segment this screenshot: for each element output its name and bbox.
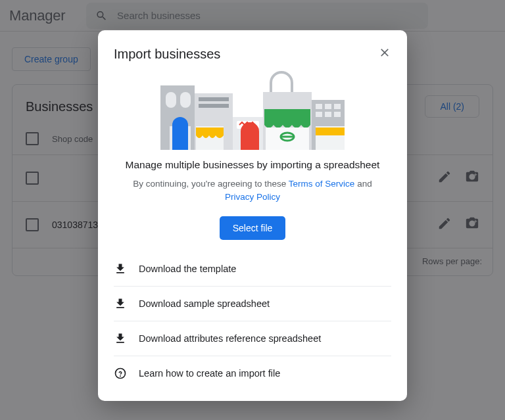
svg-rect-18 [325,104,331,109]
svg-rect-13 [266,128,309,150]
modal-headline: Manage multiple businesses by importing … [120,159,385,171]
option-label: Learn how to create an import file [139,368,280,379]
download-icon [114,262,127,275]
svg-rect-1 [166,92,176,108]
svg-rect-22 [334,112,341,117]
svg-rect-4 [199,97,229,101]
privacy-link[interactable]: Privacy Policy [225,192,280,202]
illustration [98,66,407,159]
close-icon [378,46,391,59]
option-list: Download the template Download sample sp… [98,252,407,390]
download-sample[interactable]: Download sample spreadsheet [114,287,391,321]
svg-rect-2 [180,92,191,108]
download-template[interactable]: Download the template [114,252,391,287]
svg-rect-24 [316,128,345,135]
download-icon [114,297,127,310]
svg-rect-19 [334,104,341,109]
option-label: Download sample spreadsheet [139,298,270,309]
storefront-illustration-icon [160,71,345,150]
option-label: Download the template [139,264,236,274]
modal-title: Import businesses [114,47,220,62]
download-icon [114,332,127,345]
svg-rect-5 [199,104,229,108]
help-icon [114,367,127,380]
learn-import[interactable]: Learn how to create an import file [114,356,391,390]
tos-link[interactable]: Terms of Service [289,179,355,189]
svg-rect-20 [316,112,322,117]
import-modal: Import businesses [98,30,407,401]
svg-rect-21 [325,112,331,117]
close-button[interactable] [378,46,391,62]
download-attributes[interactable]: Download attributes reference spreadshee… [114,321,391,356]
svg-rect-17 [316,104,322,109]
option-label: Download attributes reference spreadshee… [139,333,321,344]
modal-consent: By continuing, you're agreeing to these … [120,177,385,204]
select-file-button[interactable]: Select file [220,216,286,240]
